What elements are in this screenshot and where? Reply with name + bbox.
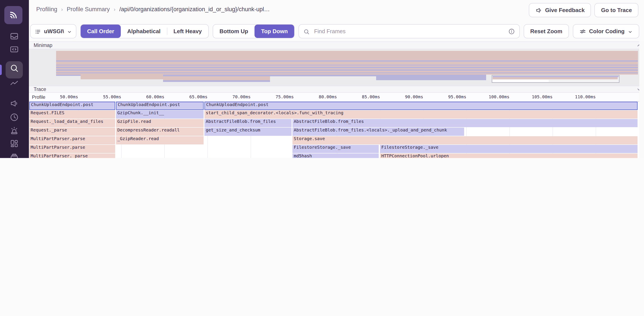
flame-frame[interactable]: ChunkUploadEndpoint.post — [204, 102, 638, 110]
sidebar-item-projects[interactable] — [10, 44, 19, 54]
clock-icon — [10, 112, 19, 122]
time-tick-label: 85.00ms — [350, 94, 380, 99]
thread-list-icon — [34, 28, 41, 35]
flamegraph-canvas[interactable]: ChunkUploadEndpoint.postChunkUploadEndpo… — [29, 102, 644, 158]
code-folder-icon — [10, 44, 19, 54]
flame-frame[interactable]: HTTPConnectionPool.urlopen — [380, 153, 638, 158]
flame-frame[interactable]: ChunkUploadEndpoint.post — [116, 102, 204, 110]
time-tick-label: 80.00ms — [307, 94, 337, 99]
flame-frame[interactable]: Storage.save — [292, 136, 638, 144]
flame-frame[interactable]: AbstractFileBlob.from_files — [204, 119, 292, 127]
flame-frame[interactable]: MultiPartParser.parse — [29, 145, 115, 153]
sort-option-call-order[interactable]: Call Order — [81, 24, 121, 38]
sort-option-alphabetical[interactable]: Alphabetical — [121, 24, 167, 38]
releases-box-icon — [10, 152, 19, 158]
breadcrumb-item[interactable]: Profile Summary — [67, 6, 110, 12]
profiling-flamegraph-page: Profiling›Profile Summary›/api/0/organiz… — [0, 0, 644, 158]
thread-selector[interactable]: uWSGIWor… — [30, 24, 76, 38]
minimap-block — [163, 75, 270, 76]
go-to-trace-button[interactable]: Go to Trace — [594, 3, 638, 17]
dashboards-icon — [10, 139, 19, 148]
sort-segmented-control: Call OrderAlphabeticalLeft Heavy — [80, 24, 209, 38]
minimap-block — [56, 68, 638, 69]
issues-inbox-icon — [10, 31, 19, 41]
scroll-gutter — [639, 41, 644, 158]
sidebar-active-notch — [0, 65, 2, 75]
megaphone-icon — [535, 6, 542, 13]
flame-frame[interactable]: GzipChunk.__init__ — [116, 110, 204, 119]
breadcrumb-item[interactable]: Profiling — [36, 6, 57, 12]
breadcrumb-separator: › — [114, 6, 116, 12]
flame-frame[interactable]: Request.FILES — [29, 110, 115, 119]
breadcrumb-item: /api/0/organizations/{organization_id_or… — [119, 6, 270, 12]
sort-option-left-heavy[interactable]: Left Heavy — [167, 24, 208, 38]
sidebar-item-feedback[interactable] — [10, 99, 19, 108]
sidebar-item-insights[interactable] — [10, 79, 19, 88]
sidebar-item-dashboards[interactable] — [10, 139, 19, 148]
minimap-block — [376, 75, 486, 80]
find-frames-search[interactable] — [298, 24, 520, 38]
color-coding-button[interactable]: Color Coding — [572, 24, 639, 38]
flame-frame[interactable]: ChunkUploadEndpoint.post — [29, 102, 115, 110]
time-tick-label: 55.00ms — [91, 94, 121, 99]
flame-frame[interactable]: FilestoreStorage._save — [292, 145, 379, 153]
flame-frame[interactable]: AbstractFileBlob.from_files.<locals>._up… — [292, 128, 464, 136]
minimap-label: Minimap — [34, 43, 52, 48]
chevron-down-icon — [67, 29, 72, 34]
flame-frame[interactable]: Request._load_data_and_files — [29, 119, 115, 127]
search-icon — [303, 28, 310, 35]
flame-frame[interactable]: FilestoreStorage._save — [380, 145, 638, 153]
page-header: Profiling›Profile Summary›/api/0/organiz… — [29, 0, 644, 21]
time-tick-label: 90.00ms — [393, 94, 423, 99]
minimap[interactable] — [29, 49, 644, 86]
minimap-block — [56, 51, 638, 60]
sliders-icon — [579, 28, 586, 35]
give-feedback-button[interactable]: Give Feedback — [528, 3, 591, 17]
time-tick-label: 110.00ms — [566, 94, 596, 99]
time-tick-label: 60.00ms — [134, 94, 164, 99]
time-tick-label: 65.00ms — [177, 94, 208, 99]
sidebar-item-issues[interactable] — [10, 31, 19, 41]
minimap-block — [56, 70, 638, 72]
breadcrumb: Profiling›Profile Summary›/api/0/organiz… — [36, 6, 270, 12]
minimap-block — [163, 80, 270, 82]
sentry-logo[interactable] — [4, 6, 22, 24]
flame-frame[interactable]: get_size_and_checksum — [204, 128, 292, 136]
sidebar — [0, 0, 29, 158]
time-tick-label: 50.00ms — [48, 94, 78, 99]
flamegraph-toolbar: uWSGIWor… Call OrderAlphabeticalLeft Hea… — [29, 21, 644, 41]
time-tick-label: 105.00ms — [522, 94, 552, 99]
flame-frame[interactable]: AbstractFileBlob.from_files — [292, 119, 638, 127]
direction-segmented-control: Bottom UpTop Down — [213, 24, 295, 38]
profile-label: Profile — [32, 94, 45, 100]
flame-frame[interactable]: _GzipReader.read — [116, 136, 204, 144]
flame-frame[interactable]: MultiPartParser._parse — [29, 153, 115, 158]
sliders-icon — [579, 27, 586, 35]
sidebar-item-alerts[interactable] — [10, 126, 19, 135]
siren-icon — [10, 126, 19, 135]
minimap-header: Minimap — [29, 41, 644, 49]
thread-list-icon — [34, 28, 41, 35]
direction-option-top-down[interactable]: Top Down — [255, 24, 294, 38]
direction-option-bottom-up[interactable]: Bottom Up — [213, 24, 255, 38]
sidebar-item-explore[interactable] — [10, 63, 19, 73]
minimap-block — [56, 61, 638, 64]
flame-frame[interactable]: start_child_span_decorator.<locals>.func… — [204, 110, 638, 119]
flame-frame[interactable]: MultiPartParser.parse — [29, 136, 115, 144]
reset-zoom-button[interactable]: Reset Zoom — [524, 24, 569, 38]
flame-frame[interactable]: Request._parse — [29, 128, 115, 136]
flame-frame[interactable]: GzipFile.read — [116, 119, 204, 127]
sidebar-item-releases[interactable] — [10, 152, 19, 158]
metrics-check-icon — [10, 79, 19, 88]
time-tick-label: 70.00ms — [220, 94, 250, 99]
trace-header: Trace — [29, 86, 644, 93]
search-input[interactable] — [313, 27, 505, 35]
info-icon[interactable] — [508, 27, 515, 35]
time-ruler[interactable]: Profile 50.00ms55.00ms60.00ms65.00ms70.0… — [29, 93, 644, 102]
sidebar-item-replays[interactable] — [10, 112, 19, 122]
megaphone-icon — [535, 7, 542, 14]
flame-frame[interactable]: md5hash — [292, 153, 379, 158]
minimap-block — [492, 80, 549, 82]
flame-frame[interactable]: DecompressReader.readall — [116, 128, 204, 136]
sentry-logo-icon — [8, 9, 19, 21]
